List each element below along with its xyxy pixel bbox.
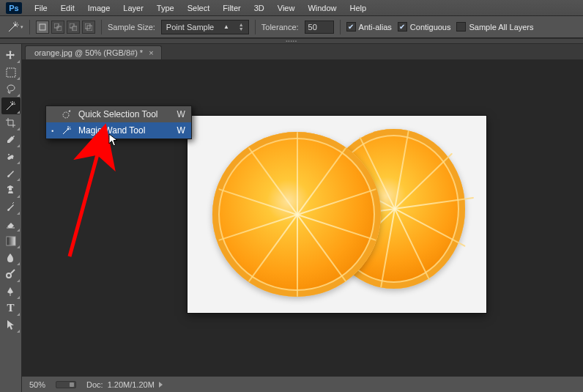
pen-tool[interactable]: [1, 283, 21, 300]
chevron-down-icon: ▲: [223, 23, 229, 30]
healing-brush-tool[interactable]: [1, 148, 21, 165]
flyout-shortcut: W: [164, 109, 185, 119]
menu-image[interactable]: Image: [83, 2, 116, 14]
doc-size-value: 1.20M/1.20M: [108, 380, 155, 389]
anti-alias-checkbox[interactable]: ✔Anti-alias: [346, 22, 392, 32]
svg-rect-11: [73, 26, 77, 31]
menu-view[interactable]: View: [272, 2, 300, 14]
lasso-tool[interactable]: [1, 81, 21, 97]
document-tab-title: orange.jpg @ 50% (RGB/8#) *: [34, 48, 143, 57]
menu-layer[interactable]: Layer: [118, 2, 149, 14]
status-bar: 50% Doc: 1.20M/1.20M: [22, 376, 583, 392]
divider: [101, 20, 102, 34]
sample-all-label: Sample All Layers: [469, 23, 533, 32]
selection-add-button[interactable]: [51, 21, 64, 34]
path-selection-tool[interactable]: [1, 317, 21, 333]
brush-tool[interactable]: [1, 165, 21, 182]
wand-icon[interactable]: ▾: [6, 18, 23, 36]
marquee-tool[interactable]: [1, 64, 21, 81]
svg-line-26: [11, 270, 15, 273]
menu-help[interactable]: Help: [345, 2, 372, 14]
zoom-value[interactable]: 50%: [29, 380, 45, 389]
svg-point-28: [63, 112, 69, 118]
svg-rect-7: [40, 24, 45, 30]
divider: [340, 20, 341, 34]
menu-select[interactable]: Select: [182, 2, 215, 14]
svg-line-4: [16, 23, 17, 23]
move-tool[interactable]: [1, 47, 21, 64]
svg-point-25: [7, 273, 11, 278]
toolbox: T: [0, 44, 22, 392]
svg-line-6: [16, 26, 17, 26]
crop-tool[interactable]: [1, 114, 21, 131]
document-image: [198, 125, 476, 304]
svg-line-29: [63, 130, 67, 134]
contiguous-label: Contiguous: [410, 23, 451, 32]
svg-rect-24: [7, 237, 15, 245]
svg-line-5: [13, 23, 14, 23]
type-tool[interactable]: T: [1, 300, 21, 317]
sample-size-select[interactable]: Point Sample ▲ ▲▼: [161, 20, 249, 34]
flyout-label: Magic Wand Tool: [78, 125, 145, 136]
chevron-right-icon[interactable]: [159, 382, 163, 388]
divider: [255, 20, 256, 34]
options-bar: ▾ Sample Size: Point Sample ▲ ▲▼ Toleran…: [0, 16, 583, 38]
menu-file[interactable]: File: [29, 2, 53, 14]
sample-size-value: Point Sample: [166, 23, 214, 32]
svg-point-16: [12, 103, 13, 105]
svg-point-23: [12, 158, 13, 159]
svg-line-0: [9, 26, 15, 32]
selection-mode-group: [36, 21, 95, 34]
menu-bar: Ps File Edit Image Layer Type Select Fil…: [0, 0, 583, 16]
app-logo: Ps: [6, 2, 22, 14]
svg-line-33: [70, 127, 70, 127]
svg-point-1: [14, 23, 15, 25]
sample-size-label: Sample Size:: [108, 23, 155, 32]
doc-size-label: Doc:: [86, 380, 103, 389]
svg-rect-8: [54, 23, 59, 28]
tool-flyout-menu: Quick Selection Tool W ▪ Magic Wand Tool…: [45, 106, 192, 139]
menu-edit[interactable]: Edit: [56, 2, 80, 14]
document-tabs: orange.jpg @ 50% (RGB/8#) * ×: [22, 44, 583, 60]
svg-point-22: [8, 154, 10, 155]
flyout-item-quick-selection[interactable]: Quick Selection Tool W: [46, 106, 191, 122]
menu-filter[interactable]: Filter: [218, 2, 245, 14]
history-brush-tool[interactable]: [1, 199, 21, 215]
zoom-slider[interactable]: [56, 381, 76, 388]
flyout-marker: ▪: [51, 127, 55, 134]
panel-drag-handle[interactable]: ▪▪▪▪▪: [0, 38, 583, 44]
svg-line-20: [10, 102, 11, 103]
menu-type[interactable]: Type: [152, 2, 179, 14]
tolerance-input[interactable]: [305, 21, 334, 34]
close-icon[interactable]: ×: [149, 48, 153, 57]
eyedropper-tool[interactable]: [1, 131, 21, 148]
wand-icon: [61, 125, 73, 136]
sample-all-layers-checkbox[interactable]: Sample All Layers: [456, 22, 533, 32]
svg-rect-9: [57, 26, 62, 31]
artboard: [187, 116, 486, 313]
selection-new-button[interactable]: [36, 21, 49, 34]
document-tab[interactable]: orange.jpg @ 50% (RGB/8#) * ×: [25, 45, 162, 59]
contiguous-checkbox[interactable]: ✔Contiguous: [398, 22, 451, 32]
document-area: orange.jpg @ 50% (RGB/8#) * ×: [22, 44, 583, 392]
selection-intersect-button[interactable]: [82, 21, 95, 34]
flyout-shortcut: W: [164, 125, 185, 136]
svg-rect-14: [7, 68, 15, 77]
dodge-tool[interactable]: [1, 266, 21, 283]
selection-subtract-button[interactable]: [67, 21, 80, 34]
quick-selection-icon: [61, 108, 73, 120]
magic-wand-tool[interactable]: [1, 97, 21, 114]
svg-rect-21: [7, 155, 15, 160]
menu-window[interactable]: Window: [302, 2, 341, 14]
anti-alias-label: Anti-alias: [359, 23, 392, 32]
menu-3d[interactable]: 3D: [249, 2, 270, 14]
eraser-tool[interactable]: [1, 215, 21, 232]
divider: [29, 20, 30, 34]
tolerance-label: Tolerance:: [261, 23, 299, 32]
gradient-tool[interactable]: [1, 232, 21, 249]
clone-stamp-tool[interactable]: [1, 182, 21, 199]
svg-line-15: [7, 105, 12, 110]
flyout-item-magic-wand[interactable]: ▪ Magic Wand Tool W: [46, 122, 191, 138]
blur-tool[interactable]: [1, 249, 21, 266]
flyout-label: Quick Selection Tool: [78, 109, 158, 119]
